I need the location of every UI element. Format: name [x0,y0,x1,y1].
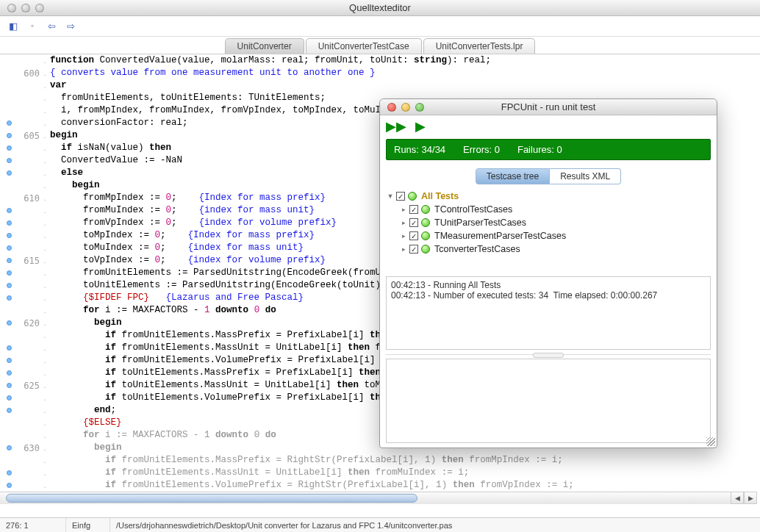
nav-forward-icon[interactable]: ⇨ [65,21,76,32]
run-all-icon[interactable]: ▶▶ [386,118,406,134]
popup-tab-0[interactable]: Testcase tree [476,168,550,184]
tree-label: All Tests [420,191,459,201]
disclosure-icon[interactable]: ▸ [399,245,408,253]
bookmark-icon[interactable]: ◧ [7,21,19,32]
tree-label: TconverterTestCases [433,244,520,254]
editor-toolbar: ◧ • ⇦ ⇨ [0,16,760,37]
popup-tabs: Testcase treeResults XML [380,166,717,187]
test-tree[interactable]: ▼✓All Tests▸✓TControlTestCases▸✓TUnitPar… [386,190,711,272]
tree-item[interactable]: ▸✓TControlTestCases [386,203,711,216]
status-led-icon [421,205,430,214]
disclosure-icon[interactable]: ▸ [399,232,408,240]
checkbox[interactable]: ✓ [409,218,418,227]
disclosure-icon[interactable]: ▸ [399,219,408,226]
scroll-right-icon[interactable]: ▶ [744,492,757,504]
checkbox[interactable]: ✓ [396,192,405,201]
tree-item[interactable]: ▸✓TUnitParserTestCases [386,216,711,229]
status-led-icon [421,245,430,254]
status-led-icon [421,218,430,227]
status-runs: Runs: 34/34 [394,144,445,155]
status-errors: Errors: 0 [463,144,500,155]
popup-titlebar[interactable]: FPCUnit - run unit test [380,99,717,115]
tab-2[interactable]: UnitConverterTests.lpr [423,38,536,54]
status-led-icon [408,192,417,201]
disclosure-icon[interactable]: ▸ [399,206,408,213]
gutter[interactable]: .600.....605.....610.....615.....620....… [0,54,47,504]
test-runner-window[interactable]: FPCUnit - run unit test ▶▶ ▶ Runs: 34/34… [379,98,717,448]
scroll-left-icon[interactable]: ◀ [731,492,744,504]
tab-1[interactable]: UnitConverterTestCase [306,38,422,54]
status-filepath: /Users/drjohanneswdietrich/Desktop/Unit … [110,518,760,532]
tree-label: TMeasurementParserTestCases [433,231,566,241]
status-position: 276: 1 [0,518,66,532]
test-status-bar: Runs: 34/34 Errors: 0 Failures: 0 [386,139,711,160]
tree-item[interactable]: ▼✓All Tests [386,190,711,203]
details-pane[interactable] [386,359,711,443]
editor-titlebar[interactable]: Quelltexteditor [0,0,760,16]
resize-handle-icon[interactable] [706,437,715,446]
test-log[interactable]: 00:42:13 - Running All Tests 00:42:13 - … [386,276,711,350]
tab-0[interactable]: UnitConverter [225,38,304,54]
editor-title: Quelltexteditor [0,2,760,13]
splitter[interactable] [386,354,711,359]
status-failures: Failures: 0 [517,144,562,155]
scroll-thumb[interactable] [6,494,417,503]
tree-label: TControlTestCases [433,204,512,215]
checkbox[interactable]: ✓ [409,245,418,254]
disclosure-icon[interactable]: ▼ [386,193,395,200]
status-led-icon [421,231,430,240]
statusbar: 276: 1 Einfg /Users/drjohanneswdietrich/… [0,517,760,532]
checkbox[interactable]: ✓ [409,231,418,240]
file-tabs: UnitConverterUnitConverterTestCaseUnitCo… [0,37,760,54]
run-icon[interactable]: ▶ [415,118,426,134]
popup-title: FPCUnit - run unit test [380,101,717,112]
nav-back-icon[interactable]: ⇦ [46,21,57,32]
separator-icon: • [26,21,38,32]
horizontal-scrollbar[interactable] [0,492,745,504]
tree-item[interactable]: ▸✓TMeasurementParserTestCases [386,229,711,242]
status-mode: Einfg [66,518,110,532]
popup-toolbar: ▶▶ ▶ [380,115,717,137]
popup-tab-1[interactable]: Results XML [550,168,621,184]
checkbox[interactable]: ✓ [409,205,418,214]
tree-label: TUnitParserTestCases [433,218,526,228]
tree-item[interactable]: ▸✓TconverterTestCases [386,242,711,256]
